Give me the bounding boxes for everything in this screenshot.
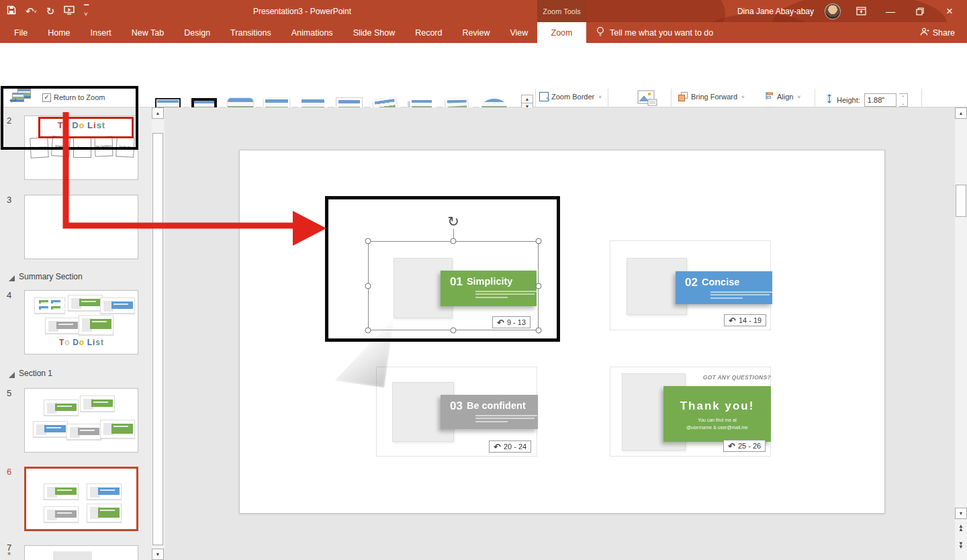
ribbon-display-options-icon[interactable] xyxy=(851,3,870,20)
height-spinner[interactable]: ⌃⌄ xyxy=(899,93,908,107)
mini-card xyxy=(68,295,103,311)
minimize-button[interactable]: — xyxy=(881,3,900,20)
rotation-handle-icon[interactable]: ↻ xyxy=(447,214,459,230)
slide-number: 5 xyxy=(7,388,11,398)
sticky-note: Concise xyxy=(73,138,91,158)
tab-new-tab[interactable]: New Tab xyxy=(122,22,174,43)
slide-number-selected: 6 xyxy=(7,467,11,477)
tab-insert[interactable]: Insert xyxy=(81,22,122,43)
slide-thumbnail-3[interactable] xyxy=(24,195,138,259)
placeholder-text-line xyxy=(475,418,535,419)
panel-scrollbar-thumb[interactable] xyxy=(152,133,163,545)
return-to-zoom-checkbox[interactable]: ✓ Return to Zoom xyxy=(42,91,105,104)
main-scroll-up-icon[interactable]: ▲ xyxy=(955,107,967,119)
resize-handle-e[interactable] xyxy=(536,283,542,289)
zoom-object-be-confident[interactable]: 03Be confident ↶ 20 - 24 xyxy=(376,367,537,457)
mini-card xyxy=(45,318,80,334)
zoom-border-button[interactable]: ✎ Zoom Border ˅ xyxy=(539,90,602,103)
mini-card xyxy=(33,421,68,437)
todo-title: ToDoList xyxy=(25,120,138,130)
todo-title: ToDoList xyxy=(25,338,138,347)
bring-forward-icon xyxy=(678,92,688,102)
tab-zoom-active[interactable]: Zoom xyxy=(537,22,586,43)
window-title: Presentation3 - PowerPoint xyxy=(222,0,383,22)
slide-number: 4 xyxy=(7,290,11,300)
tab-file[interactable]: File xyxy=(4,22,38,43)
section-header-section1[interactable]: Section 1 xyxy=(19,369,52,378)
ribbon-tab-row: File Home Insert New Tab Design Transiti… xyxy=(0,22,967,43)
thank-you-banner: Thank you! You can find me at @username … xyxy=(663,386,771,442)
slide-thumbnail-5[interactable] xyxy=(24,388,138,453)
resize-handle-ne[interactable] xyxy=(536,238,542,244)
bring-forward-button[interactable]: Bring Forward ˅ xyxy=(678,90,745,103)
quick-access-toolbar: ↶˅ ↻ ▔˅ xyxy=(7,0,89,22)
resize-handle-sw[interactable] xyxy=(365,328,371,334)
panel-scroll-down-icon[interactable]: ▼ xyxy=(152,549,164,560)
previous-slide-icon[interactable]: ▲▲ xyxy=(955,525,967,532)
customize-quick-access-icon[interactable]: ▔˅ xyxy=(84,5,89,17)
tab-record[interactable]: Record xyxy=(405,22,452,43)
contextual-tab-header: Zoom Tools xyxy=(537,0,586,22)
height-label: Height: xyxy=(837,96,860,104)
undo-icon[interactable]: ↶˅ xyxy=(26,6,37,16)
height-input[interactable]: 1.88" xyxy=(864,93,896,107)
mini-card xyxy=(87,504,122,522)
spin-up-icon[interactable]: ⌃ xyxy=(899,94,907,100)
slide-range-badge: ↶ 25 - 26 xyxy=(723,440,766,452)
tab-home[interactable]: Home xyxy=(38,22,80,43)
tab-transitions[interactable]: Transitions xyxy=(220,22,281,43)
start-slideshow-icon[interactable] xyxy=(64,5,75,17)
change-image-arrow-icon: ↩ xyxy=(9,95,17,105)
section-collapse-icon[interactable] xyxy=(9,372,15,378)
mini-card xyxy=(44,483,79,500)
slide-thumbnail-6-selected[interactable] xyxy=(24,467,138,531)
thank-you-subtitle: You can find me at xyxy=(698,418,737,422)
share-button[interactable]: Share xyxy=(920,22,955,43)
mini-card xyxy=(44,400,79,416)
slide-thumbnail-7[interactable] xyxy=(24,545,138,560)
align-button[interactable]: Align ˅ xyxy=(766,90,800,103)
resize-handle-se[interactable] xyxy=(536,328,542,334)
spin-down-icon[interactable]: ⌄ xyxy=(899,100,907,106)
share-label: Share xyxy=(933,28,955,38)
restore-button[interactable] xyxy=(911,3,929,20)
section-collapse-icon[interactable] xyxy=(9,275,15,281)
tell-me-box[interactable]: Tell me what you want to do xyxy=(596,22,713,43)
slide-thumbnail-2[interactable]: ToDoList Consistency Simplicity Concise … xyxy=(24,115,138,180)
tab-design[interactable]: Design xyxy=(174,22,220,43)
placeholder-text-line xyxy=(710,294,770,295)
resize-handle-s[interactable] xyxy=(451,328,457,334)
thank-you-title: Thank you! xyxy=(663,400,771,413)
panel-scroll-up-icon[interactable]: ▲ xyxy=(152,107,164,119)
tab-review[interactable]: Review xyxy=(452,22,500,43)
close-button[interactable]: × xyxy=(940,3,959,20)
zoom-banner-concise: 02Concise xyxy=(676,271,772,304)
user-name: Dina Jane Abay-abay xyxy=(737,7,814,16)
main-scrollbar[interactable]: ▲ ▼ ▲▲ ▼▼ xyxy=(955,107,967,560)
title-bar: ↶˅ ↻ ▔˅ Presentation3 - PowerPoint Zoom … xyxy=(0,0,967,22)
zoom-object-concise[interactable]: 02Concise ↶ 14 - 19 xyxy=(610,240,771,330)
tab-view[interactable]: View xyxy=(500,22,538,43)
section-header-summary[interactable]: Summary Section xyxy=(19,272,83,281)
panel-scrollbar[interactable]: ▲ ▼ xyxy=(152,107,164,560)
save-icon[interactable] xyxy=(7,5,16,17)
resize-handle-n[interactable] xyxy=(451,238,457,244)
slide-thumbnail-4[interactable]: ToDoList xyxy=(24,290,138,355)
resize-handle-nw[interactable] xyxy=(365,238,371,244)
user-area: Dina Jane Abay-abay — × xyxy=(737,0,967,22)
tab-slide-show[interactable]: Slide Show xyxy=(343,22,406,43)
main-scroll-down-icon[interactable]: ▼ xyxy=(955,508,967,519)
repeat-icon[interactable]: ↻ xyxy=(46,6,55,16)
tell-me-label: Tell me what you want to do xyxy=(610,28,713,38)
slide-number: 2 xyxy=(7,115,11,126)
avatar[interactable] xyxy=(825,3,841,19)
ribbon: ↩ Change Image˅ ✓ Return to Zoom ✓ Zoom … xyxy=(0,43,967,107)
resize-handle-w[interactable] xyxy=(365,283,371,289)
checkbox-checked-icon: ✓ xyxy=(42,93,51,102)
mini-card xyxy=(79,315,113,335)
titlebar-decoration xyxy=(578,0,725,22)
tab-animations[interactable]: Animations xyxy=(281,22,343,43)
next-slide-icon[interactable]: ▼▼ xyxy=(955,543,967,549)
zoom-title: Concise xyxy=(702,277,739,287)
main-scrollbar-thumb[interactable] xyxy=(956,185,966,217)
